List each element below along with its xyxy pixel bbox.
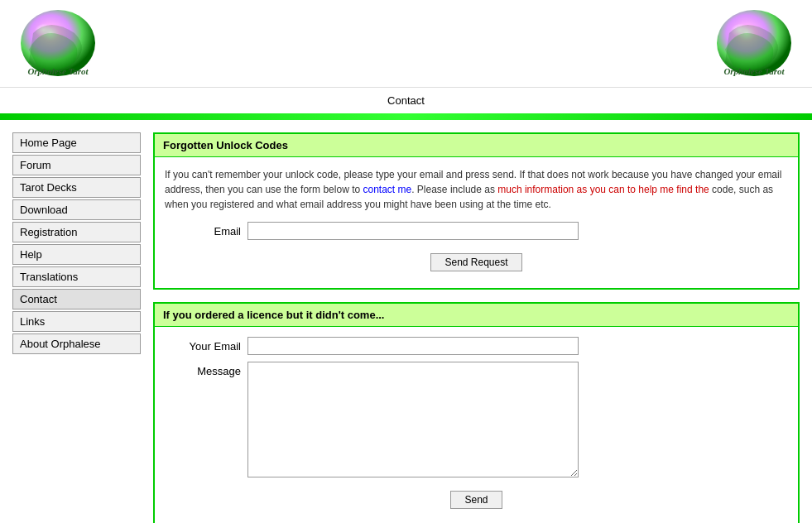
- right-logo: Orphalese Tarot: [713, 8, 795, 79]
- page-title: Contact: [0, 88, 812, 113]
- send-button[interactable]: Send: [450, 491, 502, 509]
- your-email-row: Your Email: [165, 337, 788, 355]
- message-textarea[interactable]: [247, 362, 579, 477]
- svg-text:Orphalese Tarot: Orphalese Tarot: [27, 66, 89, 76]
- sidebar-item-download[interactable]: Download: [12, 199, 141, 220]
- forgotten-box-body: If you can't remember your unlock code, …: [155, 157, 798, 288]
- send-request-button[interactable]: Send Request: [430, 253, 521, 271]
- forgotten-box-header: Forgotten Unlock Codes: [155, 134, 798, 157]
- licence-box-body: Your Email Message Send: [155, 327, 798, 523]
- licence-box-header: If you ordered a licence but it didn't c…: [155, 304, 798, 327]
- sidebar-item-homepage[interactable]: Home Page: [12, 132, 141, 153]
- message-row: Message: [165, 362, 788, 477]
- header: Orphalese Tarot Orphal: [0, 0, 812, 88]
- your-email-label: Your Email: [165, 340, 247, 353]
- left-logo: Orphalese Tarot: [17, 8, 99, 79]
- main-layout: Home Page Forum Tarot Decks Download Reg…: [0, 120, 812, 523]
- sidebar-item-registration[interactable]: Registration: [12, 222, 141, 242]
- send-request-button-row: Send Request: [165, 247, 788, 278]
- email-label: Email: [165, 225, 247, 238]
- sidebar-item-contact[interactable]: Contact: [12, 289, 141, 309]
- green-separator: [0, 113, 812, 120]
- sidebar: Home Page Forum Tarot Decks Download Reg…: [12, 132, 141, 523]
- sidebar-item-tarotdecks[interactable]: Tarot Decks: [12, 177, 141, 198]
- email-input[interactable]: [247, 222, 579, 240]
- sidebar-item-translations[interactable]: Translations: [12, 266, 141, 287]
- message-label: Message: [165, 365, 247, 377]
- sidebar-item-help[interactable]: Help: [12, 244, 141, 265]
- svg-text:Orphalese Tarot: Orphalese Tarot: [723, 66, 785, 76]
- forgotten-unlock-box: Forgotten Unlock Codes If you can't reme…: [153, 132, 800, 290]
- your-email-input[interactable]: [247, 337, 579, 355]
- email-row: Email: [165, 222, 788, 240]
- forgotten-box-description: If you can't remember your unlock code, …: [165, 167, 788, 212]
- sidebar-item-forum[interactable]: Forum: [12, 155, 141, 175]
- right-globe-icon: Orphalese Tarot: [713, 8, 795, 79]
- content-area: Forgotten Unlock Codes If you can't reme…: [153, 132, 800, 523]
- sidebar-item-links[interactable]: Links: [12, 311, 141, 332]
- left-globe-icon: Orphalese Tarot: [17, 8, 99, 79]
- licence-box: If you ordered a licence but it didn't c…: [153, 302, 800, 523]
- send-button-row: Send: [165, 484, 788, 516]
- sidebar-item-aboutorphalese[interactable]: About Orphalese: [12, 333, 141, 354]
